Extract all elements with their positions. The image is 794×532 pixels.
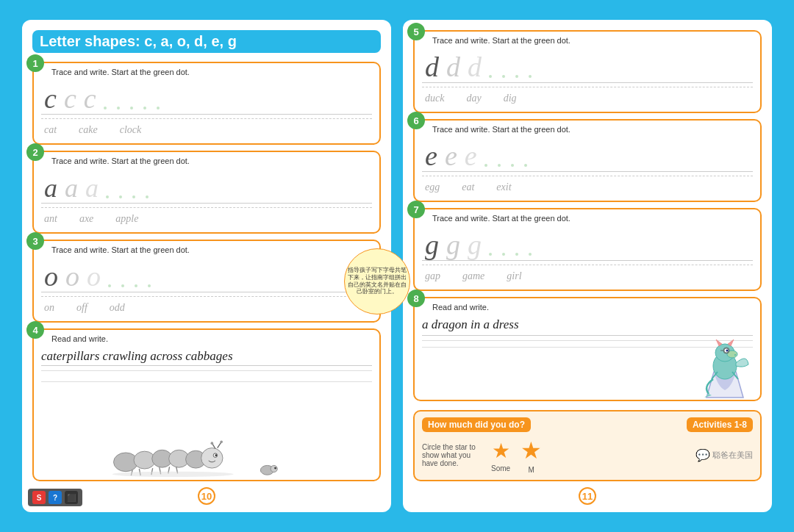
activities-label: Activities 1-8: [687, 417, 753, 432]
letter-o-dotted-1: o: [65, 262, 79, 290]
how-much-section: How much did you do? Activities 1-8 Circ…: [413, 410, 762, 481]
star-some-label: Some: [491, 464, 510, 472]
activity-5-number: 5: [407, 23, 425, 40]
activity-7-letters-row: g g g: [422, 226, 753, 261]
how-much-body: Circle the star to show what you have do…: [422, 436, 753, 474]
dashed-line-3: [41, 296, 372, 297]
caterpillar-image: [41, 436, 372, 477]
dashed-line-6: [422, 176, 753, 176]
activity-6-number: 6: [407, 112, 425, 129]
activity-6-instruction: Trace and write. Start at the green dot.: [432, 125, 753, 134]
writing-lines-area: [41, 369, 372, 384]
activity-1-number: 1: [26, 54, 44, 72]
dashed-line-7: [422, 265, 753, 265]
word-eat: eat: [462, 181, 474, 193]
svg-point-10: [211, 442, 214, 445]
right-page-number: 11: [579, 487, 596, 505]
caterpillar-sentence: caterpillars crawling across cabbages: [41, 346, 372, 366]
circle-instruction: Circle the star to show what you have do…: [422, 443, 481, 467]
word-odd: odd: [110, 302, 125, 314]
word-on: on: [44, 302, 54, 314]
svg-point-26: [726, 350, 729, 352]
left-page-number: 10: [198, 487, 215, 505]
wechat-icon: 💬: [695, 448, 710, 462]
wechat-watermark: 💬 聪爸在美国: [695, 448, 753, 462]
dot: [106, 195, 109, 198]
dot: [529, 75, 532, 78]
svg-point-5: [201, 448, 223, 469]
svg-point-7: [215, 454, 217, 456]
svg-point-18: [112, 472, 234, 477]
activity-7-number: 7: [407, 201, 425, 218]
dot: [489, 253, 492, 256]
word-axe: axe: [79, 213, 93, 225]
word-dig: dig: [504, 93, 517, 104]
activity-6-words: egg eat exit: [422, 180, 753, 195]
dot: [502, 75, 505, 78]
word-off: off: [76, 302, 87, 314]
dot: [121, 284, 124, 287]
trace-dots-5: [489, 75, 750, 81]
letter-d-solid: d: [425, 53, 439, 81]
activity-4-box: 4 Read and write. caterpillars crawling …: [32, 328, 381, 481]
wechat-label: 聪爸在美国: [712, 450, 753, 461]
toolbar-q-button[interactable]: ?: [49, 491, 62, 504]
letter-o-dotted-2: o: [87, 262, 101, 290]
activity-1-letters-row: c c c: [41, 79, 372, 115]
activity-3-box: 3 Trace and write. Start at the green do…: [32, 240, 381, 323]
how-much-header: How much did you do? Activities 1-8: [422, 417, 753, 432]
dot: [489, 75, 492, 78]
dashed-line-2: [41, 207, 372, 208]
dot: [515, 253, 518, 256]
star-most-icon: ★: [521, 436, 542, 464]
letter-d-dotted-1: d: [446, 53, 460, 81]
dot: [135, 284, 137, 287]
dot: [484, 164, 487, 167]
toolbar: S ? ⬛: [28, 489, 82, 506]
dot: [132, 195, 135, 198]
dragon-image: [695, 335, 754, 394]
letter-c-dotted-2: c: [84, 85, 96, 112]
activity-1-instruction: Trace and write. Start at the green dot.: [51, 68, 372, 76]
word-gap: gap: [425, 270, 440, 282]
activity-5-instruction: Trace and write. Start at the green dot.: [432, 36, 753, 45]
activity-1-box: 1 Trace and write. Start at the green do…: [32, 62, 381, 145]
activity-1-trace-area: c c c cat cake clock: [41, 79, 372, 137]
svg-point-24: [727, 351, 737, 358]
star-some[interactable]: ★ Some: [491, 439, 510, 472]
activity-5-words: duck day dig: [422, 91, 753, 106]
activity-3-letters-row: o o o: [41, 257, 372, 292]
activity-5-trace-area: d d d duck day dig: [422, 48, 753, 106]
letter-e-dotted-2: e: [465, 142, 477, 170]
dot: [524, 164, 527, 167]
letter-c-dotted-1: c: [64, 85, 76, 112]
svg-point-21: [274, 467, 276, 470]
word-duck: duck: [425, 93, 444, 104]
dot: [119, 195, 122, 198]
word-apple: apple: [115, 213, 138, 225]
letter-d-dotted-2: d: [468, 53, 482, 81]
right-page: 5 Trace and write. Start at the green do…: [403, 20, 772, 512]
svg-point-27: [734, 354, 736, 356]
toolbar-s-button[interactable]: S: [32, 491, 46, 504]
word-ant: ant: [44, 213, 57, 225]
letter-g-dotted-1: g: [446, 231, 460, 259]
dot: [143, 107, 146, 109]
svg-point-20: [271, 465, 277, 472]
activity-3-words: on off odd: [41, 301, 372, 315]
activity-4-instruction: Read and write.: [51, 334, 372, 343]
trace-dots-1: [104, 107, 369, 112]
word-cat: cat: [44, 124, 57, 136]
activity-8-instruction: Read and write.: [432, 303, 753, 312]
letter-a-dotted-1: a: [65, 175, 78, 201]
letter-g-dotted-2: g: [468, 231, 482, 259]
star-most[interactable]: ★ M: [521, 436, 542, 474]
toolbar-icon-button[interactable]: ⬛: [65, 491, 78, 504]
dot: [117, 107, 120, 109]
activity-2-number: 2: [26, 143, 44, 161]
activity-6-trace-area: e e e egg eat exit: [422, 137, 753, 195]
dot: [104, 107, 107, 109]
trace-dots-7: [489, 253, 750, 259]
activity-2-words: ant axe apple: [41, 212, 372, 226]
writing-line-2: [41, 381, 372, 382]
